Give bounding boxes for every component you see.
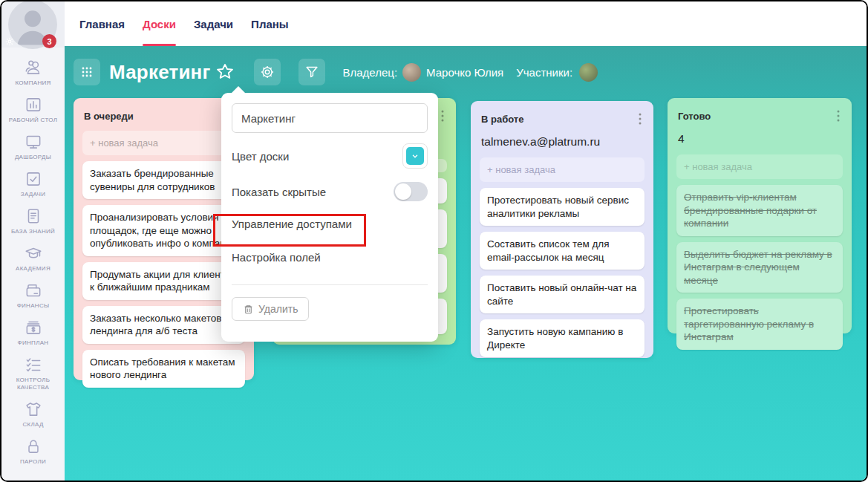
- participant-avatar[interactable]: [579, 63, 598, 82]
- notification-badge: 3: [42, 34, 56, 48]
- delete-label: Удалить: [258, 303, 298, 315]
- show-hidden-toggle[interactable]: [394, 182, 428, 201]
- sidebar-label: ДАШБОРДЫ: [15, 154, 51, 161]
- menu-item-field-settings[interactable]: Настройка полей: [232, 242, 428, 271]
- sidebar-item-finance[interactable]: ФИНАНСЫ: [1, 281, 65, 310]
- task-card[interactable]: Запустить новую кампанию в Директе: [480, 319, 645, 357]
- sidebar-item-finplan[interactable]: ФИНПЛАН: [1, 318, 65, 347]
- column-description: talmenev.a@platrum.ru: [480, 134, 645, 152]
- monitor-icon: [24, 132, 43, 152]
- chevron-down-icon: [411, 152, 420, 160]
- sidebar-label: КОМПАНИЯ: [15, 79, 50, 87]
- nav-tab-plans[interactable]: Планы: [242, 1, 298, 46]
- add-task-button[interactable]: + новая задача: [480, 157, 645, 182]
- user-avatar-block[interactable]: 3: [1, 1, 65, 48]
- color-swatch: [406, 147, 424, 165]
- board-color-label: Цвет доски: [232, 150, 289, 163]
- task-card[interactable]: Составить список тем для email-рассылок …: [480, 232, 645, 270]
- owner-avatar[interactable]: [402, 63, 421, 82]
- nav-tab-tasks[interactable]: Задачи: [185, 1, 242, 46]
- sidebar-label: ФИНПЛАН: [18, 339, 49, 347]
- board-people: Владелец: Марочко Юлия Участники:: [343, 63, 598, 82]
- sidebar-item-quality-control[interactable]: КОНТРОЛЬ КАЧЕСТВА: [1, 355, 65, 391]
- board-area: Маркетинг Владелец: Марочко: [65, 46, 867, 481]
- sidebar-item-knowledge-base[interactable]: БАЗА ЗНАНИЙ: [1, 206, 65, 235]
- show-hidden-label: Показать скрытые: [232, 186, 326, 198]
- sidebar-item-warehouse[interactable]: СКЛАД: [1, 400, 65, 429]
- sidebar-label: ФИНАНСЫ: [17, 302, 50, 310]
- task-card[interactable]: Протестировать новый сервис аналитики ре…: [480, 188, 645, 226]
- sidebar-label: КОНТРОЛЬ КАЧЕСТВА: [4, 377, 62, 391]
- checkbox-icon: [24, 169, 43, 189]
- sidebar-item-dashboards[interactable]: ДАШБОРДЫ: [1, 132, 65, 161]
- bar-chart-icon: [24, 95, 43, 114]
- column-in-progress: В работе talmenev.a@platrum.ru + новая з…: [471, 101, 653, 358]
- add-task-button[interactable]: + новая задача: [676, 154, 843, 179]
- filter-funnel-icon: [304, 64, 320, 80]
- nav-tab-boards[interactable]: Доски: [134, 1, 185, 46]
- lock-icon: [24, 437, 43, 456]
- favorite-star-icon[interactable]: [215, 62, 235, 82]
- board-title: Маркетинг: [109, 61, 211, 84]
- sidebar-item-academy[interactable]: АКАДЕМИЯ: [1, 244, 65, 273]
- sidebar-item-passwords[interactable]: ПАРОЛИ: [1, 437, 65, 466]
- sidebar-label: ЗАДАЧИ: [21, 191, 45, 198]
- menu-item-access-management[interactable]: Управление доступами: [232, 209, 428, 238]
- app-window: Главная Доски Задачи Планы 3: [0, 0, 868, 482]
- gear-icon: [259, 64, 275, 80]
- sidebar-item-company[interactable]: КОМПАНИЯ: [1, 58, 65, 87]
- boards-grid-button[interactable]: [74, 59, 100, 85]
- owner-name: Марочко Юлия: [426, 66, 503, 79]
- toggle-knob: [395, 183, 411, 200]
- sidebar-label: ПАРОЛИ: [20, 458, 46, 466]
- sidebar-item-desktop[interactable]: РАБОЧИЙ СТОЛ: [1, 95, 65, 124]
- board-color-picker[interactable]: [402, 143, 428, 169]
- task-card-done[interactable]: Выделить бюджет на рекламу в Инстаграм в…: [676, 242, 843, 293]
- nav-tab-home[interactable]: Главная: [71, 1, 134, 46]
- owner-label: Владелец:: [343, 66, 398, 79]
- sidebar-label: АКАДЕМИЯ: [16, 265, 50, 273]
- column-done: Готово 4 + новая задача Отправить vip-кл…: [668, 98, 852, 333]
- column-menu-icon[interactable]: [835, 108, 841, 123]
- task-card[interactable]: Поставить новый онлайн-чат на сайте: [480, 276, 645, 313]
- sidebar-label: РАБОЧИЙ СТОЛ: [9, 117, 57, 124]
- banknote-icon: [24, 318, 43, 337]
- participants-label: Участники:: [516, 66, 572, 79]
- column-menu-icon[interactable]: [440, 108, 446, 123]
- column-title[interactable]: В работе: [481, 114, 523, 125]
- board-name-input[interactable]: [232, 103, 428, 133]
- sidebar: КОМПАНИЯ РАБОЧИЙ СТОЛ ДАШБОРДЫ ЗАДАЧИ: [1, 48, 65, 481]
- sidebar-label: СКЛАД: [22, 421, 43, 429]
- task-card-done[interactable]: Протестировать таргетированную рекламу в…: [676, 299, 843, 350]
- sidebar-item-tasks[interactable]: ЗАДАЧИ: [1, 169, 65, 198]
- dropdown-caret: [232, 86, 245, 93]
- board-settings-button[interactable]: [254, 59, 281, 85]
- sidebar-label: БАЗА ЗНАНИЙ: [11, 228, 55, 235]
- column-title[interactable]: Готово: [678, 111, 711, 122]
- wallet-icon: [24, 281, 43, 300]
- delete-board-button[interactable]: Удалить: [232, 297, 309, 321]
- column-menu-icon[interactable]: [637, 111, 643, 126]
- settings-gear-icon[interactable]: [4, 36, 15, 50]
- top-navigation: Главная Доски Задачи Планы: [65, 1, 867, 46]
- menu-divider: [232, 284, 428, 285]
- column-title[interactable]: В очереди: [84, 111, 134, 122]
- graduation-cap-icon: [24, 244, 43, 263]
- task-card[interactable]: Описать требования к макетам нового ленд…: [82, 350, 245, 388]
- trash-icon: [243, 304, 254, 315]
- board-settings-menu: Цвет доски Показать скрытые Управление д…: [221, 93, 438, 342]
- filter-button[interactable]: [298, 59, 325, 85]
- tshirt-icon: [24, 400, 43, 419]
- grid-dots-icon: [79, 65, 94, 79]
- people-icon: [24, 58, 43, 77]
- document-icon: [24, 206, 43, 226]
- checklist-icon: [24, 355, 43, 374]
- board-header: Маркетинг Владелец: Марочко: [65, 46, 867, 98]
- column-description: 4: [676, 131, 843, 149]
- task-card-done[interactable]: Отправить vip-клиентам брендированные по…: [676, 185, 843, 236]
